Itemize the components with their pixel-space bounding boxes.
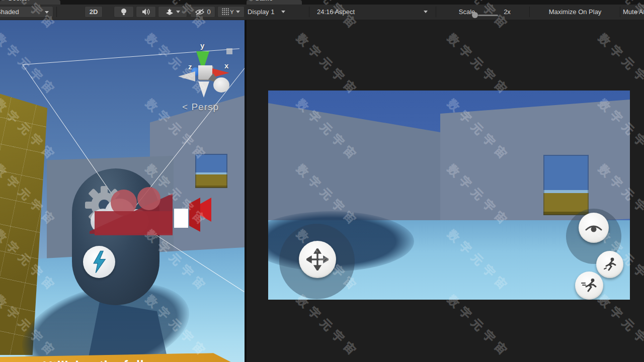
axis-y-label: y bbox=[200, 41, 204, 50]
gizmo-lock-square[interactable] bbox=[226, 48, 232, 54]
display-label: Display 1 bbox=[248, 8, 274, 16]
lightning-icon bbox=[91, 250, 108, 274]
axis-negy-cone[interactable] bbox=[198, 81, 209, 98]
scale-value: 2x bbox=[504, 8, 511, 16]
move-joystick-button[interactable] bbox=[299, 241, 336, 278]
scene-wall-window bbox=[195, 154, 227, 188]
game-tab-icon: ⬡ bbox=[249, 0, 254, 2]
sprint-button[interactable] bbox=[575, 272, 603, 300]
2d-toggle-button[interactable]: 2D bbox=[85, 6, 103, 18]
game-tab-label: Game bbox=[255, 0, 273, 2]
toolbar-divider bbox=[529, 7, 530, 17]
chevron-down-icon bbox=[236, 11, 240, 13]
toolbar-divider bbox=[56, 7, 57, 17]
game-wall-window bbox=[543, 155, 589, 215]
toolbar-divider bbox=[436, 7, 436, 17]
tab-scene[interactable]: # Scene bbox=[0, 0, 60, 5]
scene-viewport[interactable]: y z x < Persp Utilizing the full power o… bbox=[0, 20, 245, 362]
scene-lighting-button[interactable] bbox=[114, 6, 134, 18]
scene-audio-button[interactable] bbox=[136, 6, 156, 18]
speaker-icon bbox=[142, 8, 150, 16]
eye-slash-icon bbox=[195, 9, 205, 16]
chevron-down-icon bbox=[281, 11, 285, 13]
mute-audio-button[interactable]: Mute Audio bbox=[623, 6, 644, 18]
eye-icon bbox=[585, 222, 603, 234]
lightning-gizmo-circle[interactable] bbox=[83, 246, 115, 278]
aspect-label: 24:16 Aspect bbox=[317, 8, 355, 16]
scene-visibility-button[interactable]: 0 bbox=[190, 6, 215, 18]
light-bulb-icon bbox=[120, 8, 127, 16]
display-dropdown[interactable]: Display 1 bbox=[248, 6, 307, 18]
persp-text: Persp bbox=[191, 102, 219, 112]
effects-dropdown-button[interactable] bbox=[158, 6, 187, 18]
move-arrows-icon bbox=[306, 248, 329, 270]
scale-slider-knob[interactable] bbox=[472, 12, 478, 18]
banner-line1: Utilizing the full power bbox=[0, 357, 233, 362]
look-button[interactable] bbox=[579, 213, 609, 243]
persp-arrow-icon: < bbox=[182, 102, 188, 112]
projection-mode-label[interactable]: < Persp bbox=[182, 102, 219, 113]
chevron-down-icon bbox=[424, 11, 428, 13]
2d-toggle-label: 2D bbox=[90, 8, 98, 16]
aspect-ratio-dropdown[interactable]: 24:16 Aspect bbox=[312, 6, 433, 18]
chevron-down-icon bbox=[45, 11, 49, 14]
hidden-count-label: 0 bbox=[207, 8, 210, 16]
scene-tab-icon: # bbox=[2, 0, 5, 2]
maximize-on-play-button[interactable]: Maximize On Play bbox=[533, 6, 617, 18]
sprint-runner-icon bbox=[581, 278, 598, 293]
mute-label: Mute Audio bbox=[623, 8, 644, 16]
tab-bar: # Scene ⬡ Game bbox=[0, 0, 644, 5]
jump-runner-icon bbox=[602, 257, 617, 272]
axis-x-label: x bbox=[224, 61, 228, 70]
scene-toolbar: Shaded 2D 0 Y bbox=[0, 5, 245, 20]
effects-star-icon bbox=[165, 8, 174, 16]
grid-settings-button[interactable]: Y bbox=[217, 6, 245, 18]
scene-tab-label: Scene bbox=[8, 0, 27, 2]
toolbar-divider bbox=[309, 7, 309, 17]
toolbar-divider bbox=[620, 7, 620, 17]
game-toolbar: Display 1 24:16 Aspect Scale 2x Maximize… bbox=[245, 5, 644, 20]
scale-value-wrap: 2x bbox=[499, 6, 516, 18]
unity-editor-window: # Scene ⬡ Game Shaded 2D 0 bbox=[0, 0, 644, 362]
maximize-label: Maximize On Play bbox=[549, 8, 602, 16]
axis-negx-cone[interactable] bbox=[178, 71, 195, 81]
axis-negz-sphere[interactable] bbox=[213, 77, 229, 93]
game-wall-right bbox=[440, 100, 630, 228]
tab-game[interactable]: ⬡ Game bbox=[247, 0, 302, 5]
game-render-area[interactable] bbox=[268, 90, 630, 300]
scale-slider-track[interactable] bbox=[478, 15, 498, 16]
cinemachine-camera-icon[interactable] bbox=[85, 184, 211, 241]
shading-mode-label: Shaded bbox=[0, 8, 19, 16]
shading-mode-dropdown[interactable]: Shaded bbox=[0, 6, 53, 18]
jump-button[interactable] bbox=[596, 251, 623, 278]
game-viewport[interactable] bbox=[245, 20, 644, 362]
grid-axis-label: Y bbox=[230, 9, 233, 15]
chevron-down-icon bbox=[176, 11, 180, 13]
grid-icon bbox=[222, 8, 229, 16]
